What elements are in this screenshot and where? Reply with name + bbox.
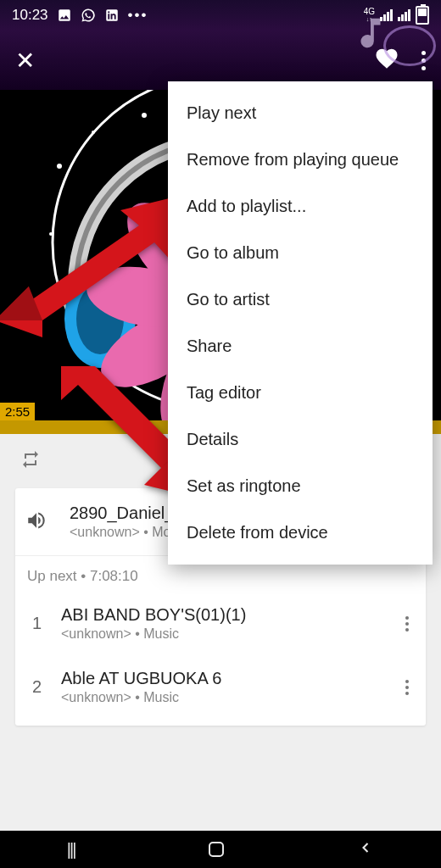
queue-title: ABI BAND BOY'S(01)(1) — [61, 605, 402, 625]
svg-point-15 — [57, 164, 62, 169]
menu-go-artist[interactable]: Go to artist — [168, 276, 433, 323]
queue-number: 1 — [32, 614, 61, 633]
whatsapp-icon — [81, 8, 96, 23]
timestamp-pill: 2:55 — [0, 403, 35, 420]
queue-row[interactable]: 1 ABI BAND BOY'S(01)(1) <unknown> • Musi… — [15, 592, 426, 655]
more-notifications-icon: ••• — [128, 7, 148, 24]
svg-point-17 — [142, 113, 147, 118]
annotation-circle — [383, 25, 436, 66]
back-button[interactable] — [357, 839, 374, 860]
row-overflow-icon[interactable] — [402, 673, 412, 702]
queue-number: 2 — [32, 677, 61, 697]
queue-sub: <unknown> • Music — [61, 626, 402, 642]
annotation-arrow-up — [0, 185, 190, 337]
menu-delete[interactable]: Delete from device — [168, 509, 433, 556]
home-button[interactable] — [209, 842, 224, 857]
linkedin-icon — [104, 8, 120, 23]
menu-remove-queue[interactable]: Remove from playing queue — [168, 136, 433, 183]
recents-button[interactable]: ||| — [67, 840, 75, 860]
signal-icon-2 — [398, 9, 410, 21]
row-overflow-icon[interactable] — [402, 609, 412, 638]
menu-tag-editor[interactable]: Tag editor — [168, 370, 433, 416]
clock: 10:23 — [12, 7, 48, 24]
close-icon[interactable]: ✕ — [15, 47, 35, 75]
repeat-icon[interactable] — [20, 449, 41, 473]
svg-point-16 — [92, 131, 95, 134]
queue-title: Able AT UGBUOKA 6 — [61, 669, 402, 688]
menu-details[interactable]: Details — [168, 416, 433, 463]
battery-icon — [416, 6, 429, 25]
queue-row[interactable]: 2 Able AT UGBUOKA 6 <unknown> • Music — [15, 655, 426, 719]
menu-share[interactable]: Share — [168, 323, 433, 370]
speaker-icon — [25, 509, 47, 535]
menu-go-album[interactable]: Go to album — [168, 230, 433, 276]
context-menu: Play next Remove from playing queue Add … — [168, 81, 433, 565]
menu-add-playlist[interactable]: Add to playlist... — [168, 183, 433, 230]
queue-sub: <unknown> • Music — [61, 690, 402, 705]
system-nav-bar: ||| — [0, 831, 441, 868]
menu-play-next[interactable]: Play next — [168, 90, 433, 136]
menu-set-ringtone[interactable]: Set as ringtone — [168, 463, 433, 509]
image-icon — [57, 8, 72, 23]
